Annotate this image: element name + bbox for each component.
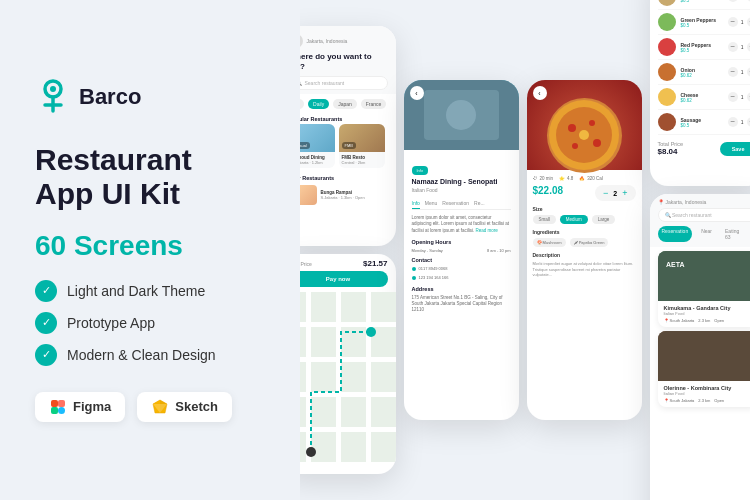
ingr-row-onion: Onion $0.62 − 1 + [658,60,751,85]
logo: Barco [35,79,265,115]
qty-minus[interactable]: − [603,188,608,198]
ingr-qty-2: − 1 + [728,17,750,27]
qty-minus-3[interactable]: − [728,42,738,52]
rli-meta-1: 📍 South Jakarta 2.3 km Open [664,318,751,323]
back-button-pizza[interactable]: ‹ [533,86,547,100]
feature-item-2: ✓ Prototype App [35,312,265,334]
rest-card-1[interactable]: Casual Hamoud Dining S.Jakarta · 1.2km [300,124,335,168]
qty-minus-2[interactable]: − [728,17,738,27]
feature-label-3: Modern & Clean Design [67,347,216,363]
tab-reservation[interactable]: Reservation [658,226,693,242]
size-medium[interactable]: Medium [560,215,588,224]
screen6-location: 📍 Jakarta, Indonesia [658,199,751,205]
pizza-image [547,98,622,173]
cat-daily[interactable]: Daily [308,99,329,109]
qty-plus-6[interactable]: + [747,117,751,127]
check-icon-2: ✓ [35,312,57,334]
calories-meta: 🔥 320 Cal [579,176,603,181]
ingr-qty-4: − 1 + [728,67,750,77]
ingr-price-3: $0.5 [681,48,712,53]
dot-icon-2 [412,276,416,280]
rest-overlay-2: FMB [342,142,356,149]
ingr-price-2: $0.5 [681,23,717,28]
nearby-label: Near Restaurants [300,173,396,183]
list-item-2[interactable]: Olerinne - Kombinara City Italian Food 📍… [658,331,751,407]
size-large[interactable]: Large [592,215,616,224]
rli-img-1: AETA [658,251,751,301]
qty-plus-3[interactable]: + [747,42,751,52]
screen-nearby: 📍 Jakarta, Indonesia 🔍 Search restaurant… [650,194,751,500]
svg-rect-25 [658,251,751,301]
svg-rect-28 [658,331,751,381]
ingr-qty-3: − 1 + [728,42,750,52]
qty-plus-1[interactable]: + [747,0,751,2]
ingr-qty-5: − 1 + [728,92,750,102]
qty-plus[interactable]: + [622,188,627,198]
qty-minus-6[interactable]: − [728,117,738,127]
ingr-info-2: Green Peppers $0.5 [681,17,717,28]
restaurant-name: Namaaz Dining - Senopati [412,178,511,185]
phone-row: 0117 8949 0068 [412,266,511,273]
pizza-price: $22.08 [533,185,564,196]
rli-open-2: Open [714,398,724,403]
save-button[interactable]: Save [720,142,750,156]
ingr-left-5: Cheese $0.62 [658,88,699,106]
tab-reservation[interactable]: Reservation [442,198,469,209]
left-panel: Barco Restaurant App UI Kit 60 Screens ✓… [0,0,300,500]
cat-all[interactable]: All [300,99,304,109]
svg-point-20 [589,120,595,126]
ingr-price-6: $0.5 [681,123,702,128]
tab-menu[interactable]: Menu [425,198,438,209]
cat-france[interactable]: France [361,99,387,109]
screen-restaurant-list: 👤 Jakarta, Indonesia Where do you want t… [300,26,396,246]
dot-icon [412,267,416,271]
tab-eating[interactable]: Eating 63 [721,226,743,242]
ingr-left-3: Red Peppers $0.5 [658,38,712,56]
screen3-content: ⏱ 20 min ⭐ 4.8 🔥 320 Cal $22.08 − 2 + Si… [527,170,642,284]
svg-rect-4 [51,400,58,407]
tab-more[interactable]: Re... [474,198,485,209]
search-placeholder: Search restaurant [305,80,345,86]
ingr-row-green-peppers: Green Peppers $0.5 − 1 + [658,10,751,35]
ingr-qty-1: − 1 + [728,0,750,2]
qty-minus-5[interactable]: − [728,92,738,102]
svg-point-7 [58,407,65,414]
rli-sub-2: Italian Food [664,391,751,396]
sketch-label: Sketch [175,399,218,414]
size-label: Size [533,206,636,212]
pay-button[interactable]: Pay now [300,271,388,287]
list-item-1[interactable]: AETA Kimukama - Gandara City Italian Foo… [658,251,751,327]
tab-info[interactable]: Info [412,198,420,209]
cat-japan[interactable]: Japan [333,99,357,109]
rating-meta: ⭐ 4.8 [559,176,573,181]
rest-card-info-2: Central · 2km [342,160,382,165]
qty-value: 2 [613,190,617,197]
screen6-search[interactable]: 🔍 Search restaurant [658,208,751,222]
qty-plus-5[interactable]: + [747,92,751,102]
contact-label: Contact [412,257,511,263]
quantity-control[interactable]: − 2 + [595,185,635,201]
rest-card-2[interactable]: FMB FMB Resto Central · 2km [339,124,385,168]
screen-col-2: ‹ Info Namaaz Dining - Senopati Italian … [404,80,519,420]
rli-distance-1: 2.3 km [698,318,710,323]
ingr-chip-1: 🍄 Mushroom [533,238,566,247]
rest-photo-2 [658,331,751,381]
total-price-val: $21.57 [363,259,387,268]
rli-sub-1: Italian Food [664,311,751,316]
size-small[interactable]: Small [533,215,556,224]
qty-minus-1[interactable]: − [728,0,738,2]
qty-plus-4[interactable]: + [747,67,751,77]
screen1-header: 👤 Jakarta, Indonesia Where do you want t… [300,26,396,94]
qty-minus-4[interactable]: − [728,67,738,77]
ingr-left-4: Onion $0.62 [658,63,695,81]
qty-val-5: 1 [741,94,744,100]
qty-plus-2[interactable]: + [747,17,751,27]
nearby-item-1[interactable]: Bunga Rampai S.Jakarta · 1.3km · Open [300,185,388,205]
rest-card-img-2: FMB [339,124,385,152]
search-bar[interactable]: 🔍 Search restaurant [300,76,388,90]
tab-near[interactable]: Near [697,226,716,242]
svg-text:AETA: AETA [666,261,685,268]
back-button[interactable]: ‹ [410,86,424,100]
ingr-price-5: $0.62 [681,98,699,103]
rest-overlay-1: Casual [300,142,310,149]
